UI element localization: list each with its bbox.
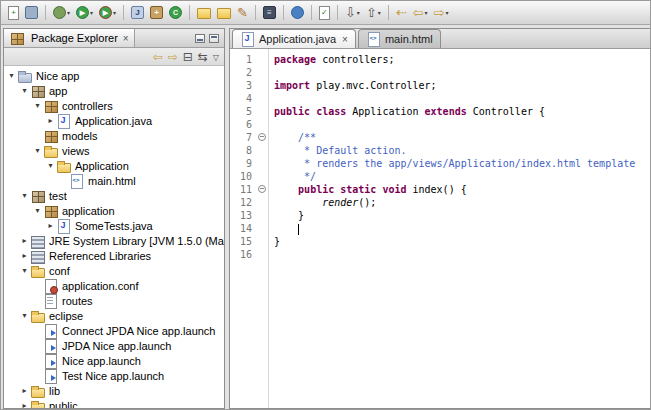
code-text[interactable]: public class Application extends Control… (274, 105, 545, 118)
line-number[interactable]: 12 (230, 196, 256, 209)
minimize-button[interactable] (195, 34, 205, 43)
fold-collapse-icon[interactable] (258, 185, 266, 193)
maximize-button[interactable] (209, 34, 219, 43)
code-text[interactable]: public static void index() { (274, 183, 467, 196)
expand-arrow-icon[interactable]: ▸ (45, 116, 56, 125)
edit-button[interactable]: ✎ (235, 3, 250, 23)
line-number[interactable]: 2 (230, 66, 256, 79)
expand-arrow-icon[interactable]: ▸ (19, 236, 30, 245)
back-button[interactable]: ⇦ (153, 50, 163, 64)
dropdown-arrow-icon[interactable]: ▾ (357, 9, 360, 16)
previous-annotation-button[interactable]: ⇧▾ (364, 3, 383, 23)
web-browser-button[interactable] (289, 3, 306, 23)
back-button[interactable]: ⇦▾ (411, 3, 430, 23)
tree-item[interactable]: main.html (4, 173, 224, 188)
tree-item[interactable]: ▾test (4, 188, 224, 203)
code-text[interactable]: import play.mvc.Controller; (274, 79, 437, 92)
expand-arrow-icon[interactable]: ▸ (19, 251, 30, 260)
fold-marker-cell[interactable] (256, 183, 269, 196)
open-resource-button[interactable] (215, 3, 233, 23)
tree-item[interactable]: models (4, 128, 224, 143)
collapse-arrow-icon[interactable]: ▾ (19, 191, 30, 200)
editor-tab[interactable]: Application.java× (232, 29, 356, 48)
dropdown-arrow-icon[interactable]: ▾ (378, 9, 381, 16)
forward-button[interactable]: ⇨▾ (432, 3, 451, 23)
collapse-arrow-icon[interactable]: ▾ (19, 311, 30, 320)
line-number[interactable]: 6 (230, 118, 256, 131)
line-number[interactable]: 13 (230, 209, 256, 222)
tree-item[interactable]: ▾eclipse (4, 308, 224, 323)
collapse-arrow-icon[interactable]: ▾ (6, 71, 17, 80)
collapse-all-button[interactable]: ⊟ (183, 50, 193, 64)
line-number[interactable]: 4 (230, 92, 256, 105)
debug-button[interactable]: ▾ (51, 3, 72, 23)
dropdown-arrow-icon[interactable]: ▾ (446, 9, 449, 16)
collapse-arrow-icon[interactable]: ▾ (19, 86, 30, 95)
console-button[interactable]: ≡ (261, 3, 278, 23)
close-tab-icon[interactable]: × (342, 34, 348, 45)
new-java-project-button[interactable]: J (129, 3, 146, 23)
tree-item[interactable]: ▸public (4, 398, 224, 408)
view-menu-button[interactable]: ▽ (213, 49, 219, 65)
tree-item[interactable]: ▾conf (4, 263, 224, 278)
fold-marker-cell[interactable] (256, 131, 269, 144)
line-number[interactable]: 11 (230, 183, 256, 196)
tree-item[interactable]: Connect JPDA Nice app.launch (4, 323, 224, 338)
dropdown-arrow-icon[interactable]: ▾ (113, 9, 116, 16)
tree-item[interactable]: ▾Nice app (4, 68, 224, 83)
code-text[interactable]: } (274, 235, 280, 248)
expand-arrow-icon[interactable]: ▸ (19, 386, 30, 395)
tree-item[interactable]: ▾Application (4, 158, 224, 173)
expand-arrow-icon[interactable]: ▸ (19, 401, 30, 408)
fold-collapse-icon[interactable] (258, 133, 266, 141)
run-external-tools-button[interactable]: ▶▾ (97, 3, 118, 23)
code-text[interactable]: } (274, 209, 304, 222)
code-editor[interactable]: 1package controllers;23import play.mvc.C… (230, 49, 650, 408)
next-annotation-button[interactable]: ⇩▾ (343, 3, 362, 23)
expand-arrow-icon[interactable]: ▸ (45, 221, 56, 230)
code-text[interactable] (274, 222, 299, 235)
run-button[interactable]: ▶▾ (74, 3, 95, 23)
open-type-button[interactable] (195, 3, 213, 23)
package-explorer-view-tab[interactable]: Package Explorer × (4, 29, 135, 47)
tree-item[interactable]: ▾controllers (4, 98, 224, 113)
tree-item[interactable]: ▸SomeTests.java (4, 218, 224, 233)
tree-item[interactable]: ▸Application.java (4, 113, 224, 128)
new-button[interactable]: + (6, 3, 21, 23)
collapse-arrow-icon[interactable]: ▾ (45, 161, 56, 170)
code-text[interactable]: render(); (274, 196, 376, 209)
collapse-arrow-icon[interactable]: ▾ (32, 101, 43, 110)
code-text[interactable]: * renders the app/views/Application/inde… (274, 157, 635, 170)
code-text[interactable]: /** (274, 131, 316, 144)
tree-item[interactable]: ▾views (4, 143, 224, 158)
tree-item[interactable]: ▸Referenced Libraries (4, 248, 224, 263)
dropdown-arrow-icon[interactable]: ▾ (90, 9, 93, 16)
collapse-arrow-icon[interactable]: ▾ (32, 146, 43, 155)
new-java-class-button[interactable]: C (167, 3, 184, 23)
line-number[interactable]: 16 (230, 248, 256, 261)
code-text[interactable]: */ (274, 170, 316, 183)
dropdown-arrow-icon[interactable]: ▾ (67, 9, 70, 16)
code-text[interactable]: package controllers; (274, 53, 394, 66)
line-number[interactable]: 7 (230, 131, 256, 144)
tree-item[interactable]: ▾application (4, 203, 224, 218)
tree-item[interactable]: Nice app.launch (4, 353, 224, 368)
line-number[interactable]: 14 (230, 222, 256, 235)
tree-item[interactable]: ▸lib (4, 383, 224, 398)
line-number[interactable]: 8 (230, 144, 256, 157)
tree-item[interactable]: JPDA Nice app.launch (4, 338, 224, 353)
tree-item[interactable]: Test Nice app.launch (4, 368, 224, 383)
tree-item[interactable]: routes (4, 293, 224, 308)
save-button[interactable] (23, 3, 40, 23)
code-text[interactable]: * Default action. (274, 144, 406, 157)
new-java-package-button[interactable]: + (148, 3, 165, 23)
line-number[interactable]: 3 (230, 79, 256, 92)
tree-item[interactable]: ▸JRE System Library [JVM 1.5.0 (Mac (4, 233, 224, 248)
line-number[interactable]: 10 (230, 170, 256, 183)
collapse-arrow-icon[interactable]: ▾ (19, 266, 30, 275)
line-number[interactable]: 1 (230, 53, 256, 66)
forward-button[interactable]: ⇨ (168, 50, 178, 64)
tree-item[interactable]: ▾app (4, 83, 224, 98)
close-view-icon[interactable]: × (123, 33, 129, 44)
collapse-arrow-icon[interactable]: ▾ (32, 206, 43, 215)
